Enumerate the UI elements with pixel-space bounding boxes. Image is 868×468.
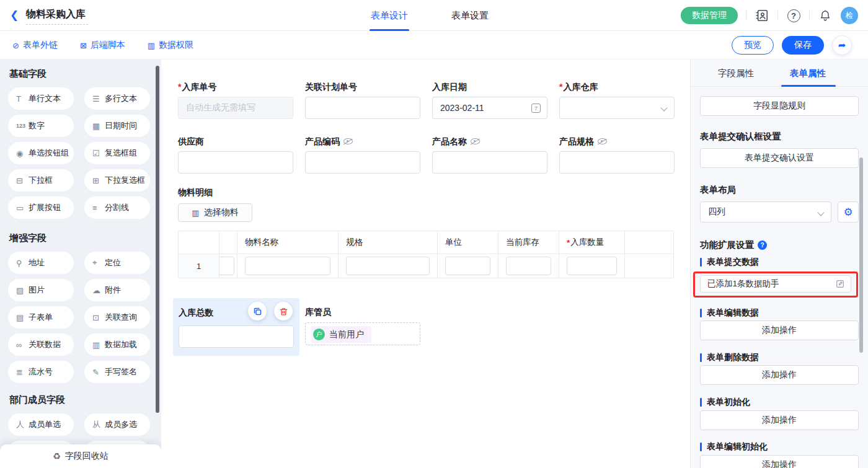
dropdown-icon: ⊟ <box>16 176 29 185</box>
toolbar-buttons: 预览 保存 ➦ <box>732 35 852 55</box>
current-user-tag[interactable]: 户 当前用户 <box>311 326 371 343</box>
calendar-icon: 7 <box>531 104 541 113</box>
sidebar-scrollbar[interactable] <box>156 66 159 413</box>
product-code-input[interactable] <box>305 151 420 174</box>
preview-button[interactable]: 预览 <box>732 36 774 55</box>
link-icon: ⊘ <box>12 41 19 50</box>
unit-input[interactable] <box>445 257 490 275</box>
select-material-button[interactable]: ▥ 选择物料 <box>178 203 252 222</box>
sidebar-item-single-text[interactable]: T单行文本 <box>8 87 74 110</box>
tab-field-properties[interactable]: 字段属性 <box>718 68 754 79</box>
share-button[interactable]: ➦ <box>832 35 852 55</box>
field-label-warehouse: *入库仓库 <box>559 82 598 93</box>
save-button[interactable]: 保存 <box>782 36 824 55</box>
stock-input[interactable] <box>506 257 551 275</box>
sidebar-item-address[interactable]: ⚲地址 <box>8 252 74 274</box>
material-name-input[interactable] <box>245 257 330 275</box>
delete-field-button[interactable] <box>274 302 293 320</box>
tab-form-settings[interactable]: 表单设置 <box>451 0 489 31</box>
qty-cell <box>559 254 625 278</box>
sidebar-item-data-load[interactable]: ▥数据加载 <box>84 333 150 356</box>
extend-button-icon: ▭ <box>16 203 29 213</box>
add-operation-button-delete[interactable]: 添加操作 <box>700 365 859 385</box>
tab-form-design[interactable]: 表单设计 <box>371 0 408 31</box>
subform-clipped-input[interactable] <box>219 257 234 275</box>
qty-input[interactable] <box>567 257 617 275</box>
submit-confirm-button[interactable]: 表单提交确认设置 <box>700 148 859 168</box>
layout-select-value: 四列 <box>708 206 725 218</box>
sidebar-item-attachment[interactable]: ☁附件 <box>84 279 150 301</box>
backend-script-button[interactable]: ⊠ 后端脚本 <box>80 40 125 51</box>
total-input[interactable] <box>179 325 294 348</box>
add-operation-button-init[interactable]: 添加操作 <box>700 410 859 430</box>
sidebar-item-subform[interactable]: ▤子表单 <box>8 306 74 329</box>
contacts-book-icon[interactable] <box>755 8 769 23</box>
sidebar-item-linked-data[interactable]: ∞关联数据 <box>8 333 74 356</box>
keeper-member-box[interactable]: 户 当前用户 <box>305 322 420 345</box>
subform-table: 物料名称 规格 单位 当前库存 *入库数量 1 <box>178 231 674 278</box>
bell-icon[interactable] <box>818 8 833 23</box>
sidebar-item-dropdown[interactable]: ⊟下拉框 <box>8 169 74 192</box>
data-permission-button[interactable]: ▥ 数据权限 <box>148 40 193 51</box>
sidebar-item-linked-query[interactable]: ⊡关联查询 <box>84 306 150 329</box>
linked-data-icon: ∞ <box>16 340 29 350</box>
add-operation-button-edit-init[interactable]: 添加操作 <box>700 455 859 468</box>
sidebar-item-location[interactable]: ⌖定位 <box>84 252 150 274</box>
sidebar-item-member-multi[interactable]: 从成员多选 <box>84 413 150 436</box>
sidebar-item-extend-button[interactable]: ▭扩展按钮 <box>8 196 74 219</box>
datetime-icon: ▦ <box>92 121 105 131</box>
edit-icon[interactable] <box>835 279 845 289</box>
attachment-icon: ☁ <box>92 286 105 295</box>
section-title-member: 部门成员字段 <box>9 394 150 406</box>
tab-form-properties[interactable]: 表单属性 <box>790 68 826 79</box>
sidebar-item-radio-group[interactable]: ◉单选按钮组 <box>8 142 74 164</box>
sidebar-item-serial-number[interactable]: ≣流水号 <box>8 361 74 383</box>
sidebar-item-number[interactable]: 123数字 <box>8 115 74 137</box>
sidebar-item-member-single[interactable]: 人成员单选 <box>8 413 74 436</box>
accent-bar <box>700 398 702 407</box>
sidebar-item-signature[interactable]: ✎手写签名 <box>84 361 150 383</box>
address-pin-icon: ⚲ <box>16 258 29 268</box>
external-link-button[interactable]: ⊘ 表单外链 <box>12 40 58 51</box>
data-assistant-entry[interactable]: 已添加1条数据助手 <box>700 275 851 293</box>
divider <box>777 11 778 20</box>
sidebar-item-multi-text[interactable]: ☰多行文本 <box>84 87 150 110</box>
avatar[interactable]: 检 <box>841 7 858 24</box>
selected-field-total[interactable]: 入库总数 <box>173 298 299 356</box>
supplier-input[interactable] <box>178 151 293 174</box>
warehouse-select[interactable] <box>559 97 675 119</box>
order-no-input: 自动生成无需填写 <box>178 97 293 119</box>
op-edit-init-title: 表单编辑初始化 <box>700 441 768 453</box>
op-init-title: 表单初始化 <box>700 397 750 408</box>
sidebar-item-datetime[interactable]: ▦日期时间 <box>84 115 150 137</box>
help-circle-icon[interactable]: ? <box>758 241 767 250</box>
back-icon[interactable]: ❮ <box>10 9 19 22</box>
help-icon[interactable]: ? <box>786 8 801 23</box>
field-visibility-rule-button[interactable]: 字段显隐规则 <box>700 96 859 116</box>
sidebar-item-divider[interactable]: ≡分割线 <box>84 196 150 219</box>
add-operation-button-edit[interactable]: 添加操作 <box>700 320 859 340</box>
op-edit-data-title: 表单编辑数据 <box>700 307 759 319</box>
inbound-date-input[interactable]: 2023-02-11 7 <box>432 97 547 119</box>
plan-no-input[interactable] <box>305 97 420 119</box>
script-icon: ⊠ <box>80 41 87 50</box>
data-manage-button[interactable]: 数据管理 <box>681 7 738 24</box>
duplicate-field-button[interactable] <box>248 302 267 320</box>
hidden-eye-icon <box>598 138 607 144</box>
toolbar-links: ⊘ 表单外链 ⊠ 后端脚本 ▥ 数据权限 <box>12 31 193 60</box>
sidebar-item-checkbox-group[interactable]: ☑复选框组 <box>84 142 150 164</box>
sidebar-item-image[interactable]: ▨图片 <box>8 279 74 301</box>
field-recycle-bin[interactable]: ♻ 字段回收站 <box>0 444 161 468</box>
product-name-input[interactable] <box>432 151 547 174</box>
spec-input[interactable] <box>346 257 430 275</box>
form-canvas: *入库单号 自动生成无需填写 关联计划单号 入库日期 2023-02-11 7 … <box>161 60 690 468</box>
product-spec-input[interactable] <box>559 151 675 174</box>
layout-gear-button[interactable]: ⚙ <box>838 201 859 223</box>
spec-cell <box>339 254 438 278</box>
panel-scrollbar[interactable] <box>859 157 863 353</box>
sidebar-item-multi-dropdown[interactable]: ⊞下拉复选框 <box>84 169 150 192</box>
page-title[interactable]: 物料采购入库 <box>26 8 88 25</box>
inbound-date-value: 2023-02-11 <box>440 103 484 113</box>
basic-fields-grid: T单行文本 ☰多行文本 123数字 ▦日期时间 ◉单选按钮组 ☑复选框组 ⊟下拉… <box>8 87 150 219</box>
layout-select[interactable]: 四列 <box>700 201 831 223</box>
